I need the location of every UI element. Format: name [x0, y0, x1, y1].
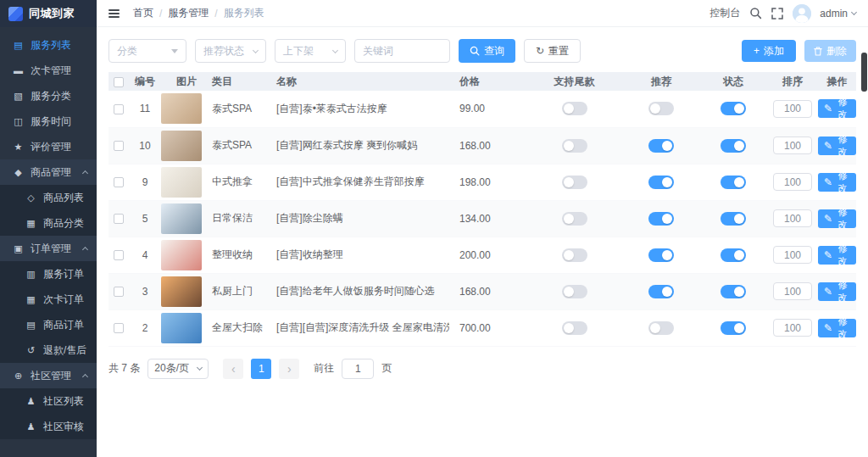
search-button[interactable]: 查询 — [459, 39, 515, 63]
sidebar-item-goods-mgmt[interactable]: ◆商品管理 — [0, 159, 97, 185]
sidebar-item-service-list[interactable]: ▤服务列表 — [0, 32, 97, 58]
sidebar-item-community-mgmt[interactable]: ⊕社区管理 — [0, 363, 97, 388]
collapse-menu-icon[interactable] — [108, 9, 120, 18]
breadcrumb-service-mgmt[interactable]: 服务管理 — [168, 6, 209, 20]
avatar[interactable] — [793, 4, 811, 23]
row-name: [自营][自营]深度清洗升级 全屋家电清洗+精细擦窗 — [276, 309, 449, 346]
tail-pay-toggle[interactable] — [562, 212, 587, 226]
sidebar-item-goods-category[interactable]: ▦商品分类 — [0, 210, 97, 236]
row-checkbox[interactable] — [114, 287, 124, 297]
sidebar-item-review-mgmt[interactable]: ★评价管理 — [0, 134, 97, 159]
recommend-status-select[interactable]: 推荐状态 — [195, 39, 266, 63]
reset-button[interactable]: ↻ 重置 — [524, 39, 581, 63]
edit-button[interactable]: ✎修改 — [818, 137, 856, 155]
row-checkbox[interactable] — [114, 214, 124, 224]
recommend-toggle[interactable] — [648, 321, 674, 335]
column-header: 名称 — [276, 72, 449, 91]
recommend-toggle[interactable] — [648, 139, 674, 153]
sidebar-item-label: 服务时间 — [31, 114, 71, 129]
edit-icon: ✎ — [824, 177, 832, 187]
category-select[interactable]: 分类 — [108, 39, 186, 63]
edit-button[interactable]: ✎修改 — [818, 319, 856, 337]
page-unit-label: 页 — [381, 361, 392, 376]
sort-input[interactable]: 100 — [773, 246, 812, 264]
recommend-toggle[interactable] — [648, 102, 674, 115]
tail-pay-toggle[interactable] — [562, 139, 587, 153]
recommend-toggle[interactable] — [648, 176, 674, 189]
sidebar-item-card-orders[interactable]: ▦次卡订单 — [0, 287, 97, 312]
sort-input[interactable]: 100 — [773, 209, 812, 227]
status-toggle[interactable] — [721, 212, 746, 226]
user-menu[interactable]: admin — [820, 8, 856, 20]
sidebar-item-community-list[interactable]: ♟社区列表 — [0, 388, 97, 414]
status-toggle[interactable] — [721, 321, 746, 335]
sidebar-item-service-category[interactable]: ▧服务分类 — [0, 83, 97, 109]
recommend-toggle[interactable] — [648, 248, 674, 262]
sidebar-item-service-time[interactable]: ◫服务时间 — [0, 109, 97, 134]
sidebar-item-card-mgmt[interactable]: ▬次卡管理 — [0, 58, 97, 83]
row-checkbox[interactable] — [114, 250, 124, 260]
delete-button[interactable]: 删除 — [804, 40, 856, 62]
page-number-button[interactable]: 1 — [251, 359, 271, 379]
edit-button[interactable]: ✎修改 — [818, 246, 856, 265]
search-icon[interactable] — [748, 7, 762, 20]
sort-input[interactable]: 100 — [773, 137, 812, 154]
row-id: 4 — [129, 237, 161, 273]
status-toggle[interactable] — [721, 285, 746, 298]
sidebar-item-service-orders[interactable]: ▥服务订单 — [0, 261, 97, 287]
row-checkbox[interactable] — [114, 323, 124, 333]
edit-button[interactable]: ✎修改 — [818, 99, 856, 118]
goto-label: 前往 — [314, 361, 334, 376]
row-checkbox[interactable] — [114, 141, 124, 151]
star-icon: ★ — [12, 142, 25, 153]
sort-input[interactable]: 100 — [773, 173, 812, 191]
sort-input[interactable]: 100 — [773, 100, 812, 118]
next-page-button[interactable]: › — [279, 359, 299, 379]
breadcrumb-home[interactable]: 首页 — [133, 6, 153, 20]
page-size-select[interactable]: 20条/页 — [147, 359, 209, 379]
add-button[interactable]: + 添加 — [742, 40, 796, 62]
tail-pay-toggle[interactable] — [562, 102, 587, 115]
shelf-status-select[interactable]: 上下架 — [275, 39, 346, 63]
edit-button[interactable]: ✎修改 — [818, 282, 856, 301]
tail-pay-toggle[interactable] — [562, 176, 587, 189]
status-toggle[interactable] — [721, 102, 746, 115]
sidebar-item-community-audit[interactable]: ♟社区审核 — [0, 414, 97, 439]
tail-pay-toggle[interactable] — [562, 321, 587, 335]
chevron-down-icon — [253, 47, 259, 53]
prev-page-button[interactable]: ‹ — [223, 359, 243, 379]
sidebar-item-order-mgmt[interactable]: ▣订单管理 — [0, 236, 97, 261]
sidebar-item-goods-list[interactable]: ◇商品列表 — [0, 185, 97, 210]
sort-input[interactable]: 100 — [773, 319, 812, 337]
total-count-label: 共 7 条 — [108, 361, 140, 376]
refresh-icon: ↻ — [536, 46, 544, 56]
status-toggle[interactable] — [721, 139, 746, 153]
edit-button[interactable]: ✎修改 — [818, 209, 856, 228]
edit-button[interactable]: ✎修改 — [818, 173, 856, 192]
recommend-toggle[interactable] — [648, 212, 674, 226]
bag-outline-icon: ◇ — [25, 192, 37, 203]
row-price: 700.00 — [449, 309, 526, 346]
scrollbar-thumb[interactable] — [861, 53, 867, 92]
sidebar-item-goods-orders[interactable]: ▤商品订单 — [0, 312, 97, 337]
row-checkbox[interactable] — [114, 177, 124, 187]
goto-page-input[interactable]: 1 — [342, 359, 374, 379]
sidebar-item-refund-aftersale[interactable]: ↺退款/售后 — [0, 337, 97, 363]
person-icon: ♟ — [25, 396, 37, 407]
row-checkbox[interactable] — [114, 104, 124, 114]
status-toggle[interactable] — [721, 176, 746, 189]
tail-pay-toggle[interactable] — [562, 248, 587, 262]
product-image — [161, 167, 202, 198]
page-size-value: 20条/页 — [154, 361, 189, 376]
edit-icon: ✎ — [824, 141, 832, 151]
tail-pay-toggle[interactable] — [562, 285, 587, 298]
console-link[interactable]: 控制台 — [709, 6, 740, 20]
clipboard-check-icon: ▤ — [25, 320, 37, 331]
sort-input[interactable]: 100 — [773, 282, 812, 300]
status-toggle[interactable] — [721, 248, 746, 262]
keyword-input[interactable]: 关键词 — [354, 39, 450, 63]
recommend-toggle[interactable] — [648, 285, 674, 298]
top-bar: 首页 / 服务管理 / 服务列表 控制台 admin — [97, 0, 868, 27]
select-all-checkbox[interactable] — [114, 77, 124, 87]
fullscreen-icon[interactable] — [771, 7, 784, 20]
